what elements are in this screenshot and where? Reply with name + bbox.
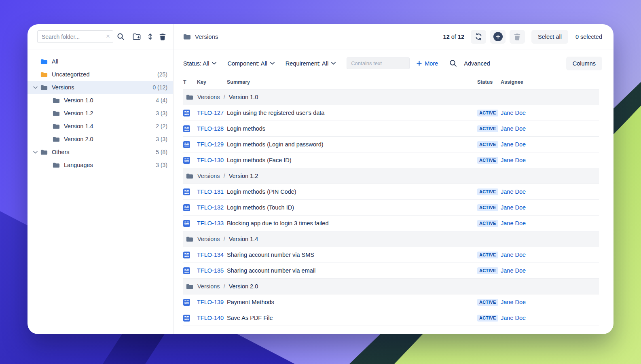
breadcrumb: Versions	[183, 33, 218, 40]
sidebar-item-languages[interactable]: Languages 3 (3)	[28, 159, 173, 171]
selected-count: 0 selected	[575, 34, 602, 40]
app-window: × All	[28, 24, 613, 334]
row-tflo-128[interactable]: TFLO-128 Login methods ACTIVE Jane Doe	[183, 121, 599, 137]
test-type-icon	[183, 141, 197, 148]
test-type-icon	[183, 110, 197, 116]
clear-search-icon[interactable]: ×	[106, 32, 110, 40]
sidebar-item-others[interactable]: Others 5 (8)	[28, 146, 173, 159]
assignee-link[interactable]: Jane Doe	[501, 188, 526, 195]
assignee-link[interactable]: Jane Doe	[501, 157, 526, 163]
add-test-button[interactable]	[490, 30, 506, 44]
test-key-link[interactable]: TFLO-140	[197, 315, 224, 321]
test-key-link[interactable]: TFLO-135	[197, 267, 224, 274]
requirement-filter[interactable]: Requirement: All	[286, 60, 336, 67]
folder-tree: All Uncategorized (25) Versions 0 (12) V…	[28, 49, 173, 171]
sidebar-item-versions[interactable]: Versions 0 (12)	[28, 81, 173, 94]
test-summary: Login methods (Touch ID)	[227, 204, 477, 211]
row-tflo-134[interactable]: TFLO-134 Sharing account number via SMS …	[183, 247, 599, 263]
chevron-down-icon	[270, 62, 275, 65]
assignee-link[interactable]: Jane Doe	[501, 125, 526, 132]
group-row-version-1-0: Versions / Version 1.0	[183, 89, 599, 105]
row-tflo-129[interactable]: TFLO-129 Login methods (Login and passwo…	[183, 137, 599, 152]
breadcrumb-label: Versions	[195, 33, 218, 40]
column-header-type: T	[183, 79, 197, 85]
search-icon[interactable]	[117, 33, 125, 40]
folder-icon	[40, 149, 48, 155]
test-summary: Payment Methods	[227, 299, 477, 305]
header-actions: 12 of 12 Select all 0 selected	[443, 30, 602, 44]
row-tflo-127[interactable]: TFLO-127 Login using the registered user…	[183, 105, 599, 121]
sidebar-toolbar: ×	[28, 24, 173, 49]
assignee-link[interactable]: Jane Doe	[501, 267, 526, 274]
test-summary: Blocking app due to login 3 times failed	[227, 220, 477, 226]
status-badge: ACTIVE	[477, 110, 498, 116]
group-row-version-2-0: Versions / Version 2.0	[183, 279, 599, 294]
column-header-summary: Summary	[227, 79, 477, 85]
test-type-icon	[183, 252, 197, 258]
assignee-link[interactable]: Jane Doe	[501, 252, 526, 258]
trash-icon	[514, 33, 520, 40]
advanced-search-link[interactable]: Advanced	[464, 60, 490, 67]
row-tflo-140[interactable]: TFLO-140 Save As PDF File ACTIVE Jane Do…	[183, 310, 599, 326]
folder-icon	[186, 173, 193, 179]
filter-bar: Status: All Component: All Requirement: …	[173, 49, 613, 75]
test-key-link[interactable]: TFLO-132	[197, 204, 224, 211]
assignee-link[interactable]: Jane Doe	[501, 220, 526, 226]
row-tflo-132[interactable]: TFLO-132 Login methods (Touch ID) ACTIVE…	[183, 200, 599, 216]
column-header-assignee: Assignee	[501, 79, 599, 85]
select-all-button[interactable]: Select all	[531, 30, 568, 44]
sidebar-item-version-1-4[interactable]: Version 1.4 2 (2)	[28, 120, 173, 133]
sidebar-item-version-1-0[interactable]: Version 1.0 4 (4)	[28, 94, 173, 107]
test-key-link[interactable]: TFLO-130	[197, 157, 224, 163]
status-badge: ACTIVE	[477, 157, 498, 164]
refresh-button[interactable]	[471, 30, 486, 44]
folder-icon	[40, 59, 48, 65]
delete-button[interactable]	[510, 30, 525, 44]
sidebar-item-all[interactable]: All	[28, 55, 173, 68]
sidebar-item-version-1-2[interactable]: Version 1.2 3 (3)	[28, 107, 173, 120]
assignee-link[interactable]: Jane Doe	[501, 299, 526, 305]
test-key-link[interactable]: TFLO-133	[197, 220, 224, 226]
status-filter[interactable]: Status: All	[183, 60, 216, 67]
test-type-icon	[183, 125, 197, 132]
test-key-link[interactable]: TFLO-127	[197, 110, 224, 116]
expand-collapse-icon[interactable]	[148, 33, 153, 40]
test-key-link[interactable]: TFLO-128	[197, 125, 224, 132]
row-tflo-139[interactable]: TFLO-139 Payment Methods ACTIVE Jane Doe	[183, 294, 599, 310]
add-folder-icon[interactable]	[133, 33, 141, 40]
row-tflo-130[interactable]: TFLO-130 Login methods (Face ID) ACTIVE …	[183, 152, 599, 168]
row-tflo-133[interactable]: TFLO-133 Blocking app due to login 3 tim…	[183, 216, 599, 231]
folder-icon	[53, 162, 60, 168]
column-header-status: Status	[477, 79, 501, 85]
status-badge: ACTIVE	[477, 299, 498, 306]
assignee-link[interactable]: Jane Doe	[501, 110, 526, 116]
assignee-link[interactable]: Jane Doe	[501, 315, 526, 321]
delete-folder-icon[interactable]	[159, 33, 166, 40]
test-key-link[interactable]: TFLO-134	[197, 252, 224, 258]
test-key-link[interactable]: TFLO-139	[197, 299, 224, 305]
assignee-link[interactable]: Jane Doe	[501, 204, 526, 211]
chevron-down-icon[interactable]	[32, 86, 40, 89]
chevron-down-icon[interactable]	[32, 151, 40, 154]
row-tflo-135[interactable]: TFLO-135 Sharing account number via emai…	[183, 263, 599, 279]
columns-button[interactable]: Columns	[566, 57, 602, 70]
table-header: T Key Summary Status Assignee	[183, 75, 599, 89]
group-row-version-1-4: Versions / Version 1.4	[183, 231, 599, 247]
status-badge: ACTIVE	[477, 204, 498, 211]
test-key-link[interactable]: TFLO-129	[197, 141, 224, 148]
test-key-link[interactable]: TFLO-131	[197, 188, 224, 195]
search-icon[interactable]	[449, 59, 457, 67]
row-tflo-131[interactable]: TFLO-131 Login methods (PIN Code) ACTIVE…	[183, 184, 599, 200]
more-filters-button[interactable]: More	[417, 60, 438, 67]
contains-text-input[interactable]	[347, 57, 410, 69]
folder-search-input[interactable]	[42, 34, 102, 40]
test-type-icon	[183, 315, 197, 322]
test-type-icon	[183, 299, 197, 306]
sidebar-item-uncategorized[interactable]: Uncategorized (25)	[28, 68, 173, 81]
assignee-link[interactable]: Jane Doe	[501, 141, 526, 148]
status-badge: ACTIVE	[477, 315, 498, 322]
component-filter[interactable]: Component: All	[227, 60, 274, 67]
column-header-key: Key	[197, 79, 227, 85]
sidebar-item-version-2-0[interactable]: Version 2.0 3 (3)	[28, 133, 173, 146]
test-summary: Login using the registered user's data	[227, 110, 477, 116]
